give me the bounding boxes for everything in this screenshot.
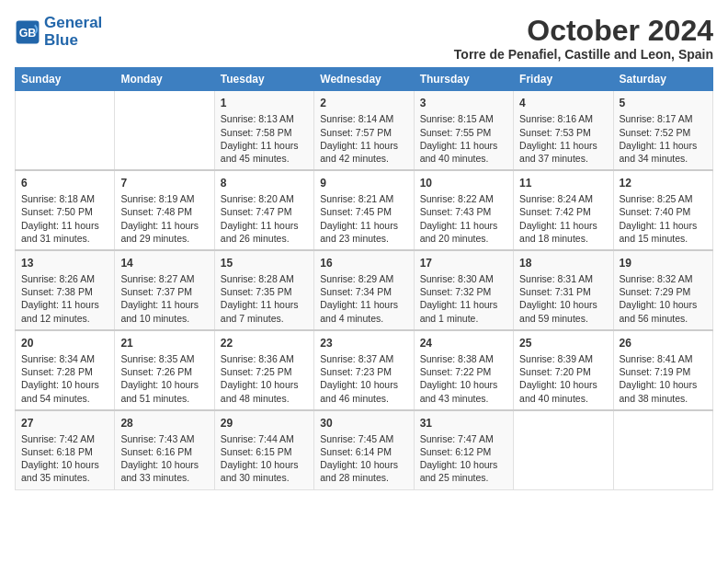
sunset-text: Sunset: 6:15 PM: [221, 446, 292, 457]
sunrise-text: Sunrise: 8:24 AM: [519, 193, 593, 204]
week-row-2: 6 Sunrise: 8:18 AM Sunset: 7:50 PM Dayli…: [16, 170, 713, 250]
sunset-text: Sunset: 7:40 PM: [620, 206, 691, 217]
sunset-text: Sunset: 7:23 PM: [320, 366, 392, 377]
sunrise-text: Sunrise: 7:47 AM: [420, 433, 494, 444]
cell-4-5: 24 Sunrise: 8:38 AM Sunset: 7:22 PM Dayl…: [414, 330, 513, 410]
cell-4-1: 20 Sunrise: 8:34 AM Sunset: 7:28 PM Dayl…: [16, 330, 115, 410]
day-number: 13: [21, 256, 108, 270]
daylight-text: Daylight: 10 hours and 46 minutes.: [320, 379, 398, 403]
daylight-text: Daylight: 10 hours and 40 minutes.: [519, 379, 597, 403]
cell-3-4: 16 Sunrise: 8:29 AM Sunset: 7:34 PM Dayl…: [314, 250, 414, 330]
daylight-text: Daylight: 10 hours and 25 minutes.: [420, 459, 498, 483]
cell-1-3: 1 Sunrise: 8:13 AM Sunset: 7:58 PM Dayli…: [214, 91, 313, 170]
sunrise-text: Sunrise: 8:29 AM: [320, 273, 393, 284]
daylight-text: Daylight: 11 hours and 45 minutes.: [221, 140, 299, 164]
day-number: 5: [620, 96, 707, 110]
daylight-text: Daylight: 11 hours and 23 minutes.: [320, 220, 398, 244]
cell-5-3: 29 Sunrise: 7:44 AM Sunset: 6:15 PM Dayl…: [214, 410, 313, 489]
sunset-text: Sunset: 7:32 PM: [420, 286, 492, 297]
sunrise-text: Sunrise: 8:35 AM: [120, 353, 194, 364]
sunrise-text: Sunrise: 8:27 AM: [120, 273, 194, 284]
sunrise-text: Sunrise: 8:25 AM: [620, 193, 693, 204]
day-number: 21: [120, 336, 208, 350]
sunset-text: Sunset: 7:42 PM: [519, 206, 591, 217]
week-row-4: 20 Sunrise: 8:34 AM Sunset: 7:28 PM Dayl…: [16, 330, 713, 410]
week-row-3: 13 Sunrise: 8:26 AM Sunset: 7:38 PM Dayl…: [16, 250, 713, 330]
sunset-text: Sunset: 7:47 PM: [221, 206, 292, 217]
sunset-text: Sunset: 7:22 PM: [420, 366, 492, 377]
logo-icon: GB: [15, 19, 40, 45]
logo-general: General: [44, 14, 102, 31]
calendar-table: SundayMondayTuesdayWednesdayThursdayFrid…: [15, 67, 713, 489]
daylight-text: Daylight: 10 hours and 33 minutes.: [120, 459, 199, 483]
day-number: 9: [320, 176, 407, 190]
day-number: 25: [519, 336, 607, 350]
cell-4-7: 26 Sunrise: 8:41 AM Sunset: 7:19 PM Dayl…: [613, 330, 712, 410]
day-number: 14: [120, 256, 208, 270]
cell-2-4: 9 Sunrise: 8:21 AM Sunset: 7:45 PM Dayli…: [314, 170, 414, 250]
daylight-text: Daylight: 10 hours and 43 minutes.: [420, 379, 498, 403]
sunset-text: Sunset: 7:48 PM: [120, 206, 192, 217]
col-header-sunday: Sunday: [16, 68, 115, 91]
logo: GB General Blue: [15, 15, 102, 49]
col-header-thursday: Thursday: [414, 68, 513, 91]
cell-5-4: 30 Sunrise: 7:45 AM Sunset: 6:14 PM Dayl…: [314, 410, 414, 489]
sunrise-text: Sunrise: 7:45 AM: [320, 433, 393, 444]
cell-2-3: 8 Sunrise: 8:20 AM Sunset: 7:47 PM Dayli…: [214, 170, 313, 250]
daylight-text: Daylight: 11 hours and 37 minutes.: [519, 140, 597, 164]
svg-text:GB: GB: [19, 26, 37, 39]
day-number: 26: [620, 336, 707, 350]
day-number: 11: [519, 176, 607, 190]
sunrise-text: Sunrise: 8:34 AM: [21, 353, 95, 364]
sunset-text: Sunset: 7:45 PM: [320, 206, 392, 217]
cell-3-3: 15 Sunrise: 8:28 AM Sunset: 7:35 PM Dayl…: [214, 250, 313, 330]
daylight-text: Daylight: 11 hours and 40 minutes.: [420, 140, 498, 164]
sunset-text: Sunset: 7:53 PM: [519, 127, 591, 138]
sunrise-text: Sunrise: 8:15 AM: [420, 113, 494, 124]
sunrise-text: Sunrise: 8:19 AM: [120, 193, 194, 204]
sunrise-text: Sunrise: 8:14 AM: [320, 113, 393, 124]
cell-4-4: 23 Sunrise: 8:37 AM Sunset: 7:23 PM Dayl…: [314, 330, 414, 410]
week-row-1: 1 Sunrise: 8:13 AM Sunset: 7:58 PM Dayli…: [16, 91, 713, 170]
sunrise-text: Sunrise: 8:28 AM: [221, 273, 294, 284]
sunrise-text: Sunrise: 8:30 AM: [420, 273, 494, 284]
sunset-text: Sunset: 7:29 PM: [620, 286, 691, 297]
sunrise-text: Sunrise: 8:32 AM: [620, 273, 693, 284]
sunrise-text: Sunrise: 8:36 AM: [221, 353, 294, 364]
cell-5-5: 31 Sunrise: 7:47 AM Sunset: 6:12 PM Dayl…: [414, 410, 513, 489]
daylight-text: Daylight: 11 hours and 26 minutes.: [221, 220, 299, 244]
cell-1-5: 3 Sunrise: 8:15 AM Sunset: 7:55 PM Dayli…: [414, 91, 513, 170]
day-number: 24: [420, 336, 507, 350]
daylight-text: Daylight: 10 hours and 54 minutes.: [21, 379, 99, 403]
col-header-friday: Friday: [514, 68, 613, 91]
day-number: 19: [620, 256, 707, 270]
col-header-wednesday: Wednesday: [314, 68, 414, 91]
sunset-text: Sunset: 6:16 PM: [120, 446, 192, 457]
week-row-5: 27 Sunrise: 7:42 AM Sunset: 6:18 PM Dayl…: [16, 410, 713, 489]
cell-4-2: 21 Sunrise: 8:35 AM Sunset: 7:26 PM Dayl…: [115, 330, 214, 410]
day-number: 7: [120, 176, 208, 190]
day-number: 2: [320, 96, 407, 110]
header-row: SundayMondayTuesdayWednesdayThursdayFrid…: [16, 68, 713, 91]
sunset-text: Sunset: 7:43 PM: [420, 206, 492, 217]
sunrise-text: Sunrise: 8:13 AM: [221, 113, 294, 124]
day-number: 23: [320, 336, 407, 350]
day-number: 22: [221, 336, 308, 350]
sunset-text: Sunset: 7:28 PM: [21, 366, 93, 377]
cell-1-7: 5 Sunrise: 8:17 AM Sunset: 7:52 PM Dayli…: [613, 91, 712, 170]
main-title: October 2024: [454, 15, 713, 47]
sunset-text: Sunset: 6:12 PM: [420, 446, 492, 457]
cell-5-6: [514, 410, 613, 489]
sunset-text: Sunset: 7:35 PM: [221, 286, 292, 297]
sunset-text: Sunset: 7:55 PM: [420, 127, 492, 138]
sunset-text: Sunset: 7:34 PM: [320, 286, 392, 297]
day-number: 10: [420, 176, 507, 190]
sunrise-text: Sunrise: 7:42 AM: [21, 433, 95, 444]
sunrise-text: Sunrise: 7:44 AM: [221, 433, 294, 444]
sunrise-text: Sunrise: 8:16 AM: [519, 113, 593, 124]
sunrise-text: Sunrise: 8:20 AM: [221, 193, 294, 204]
daylight-text: Daylight: 10 hours and 56 minutes.: [620, 299, 698, 323]
day-number: 18: [519, 256, 607, 270]
sunset-text: Sunset: 6:14 PM: [320, 446, 392, 457]
day-number: 6: [21, 176, 108, 190]
